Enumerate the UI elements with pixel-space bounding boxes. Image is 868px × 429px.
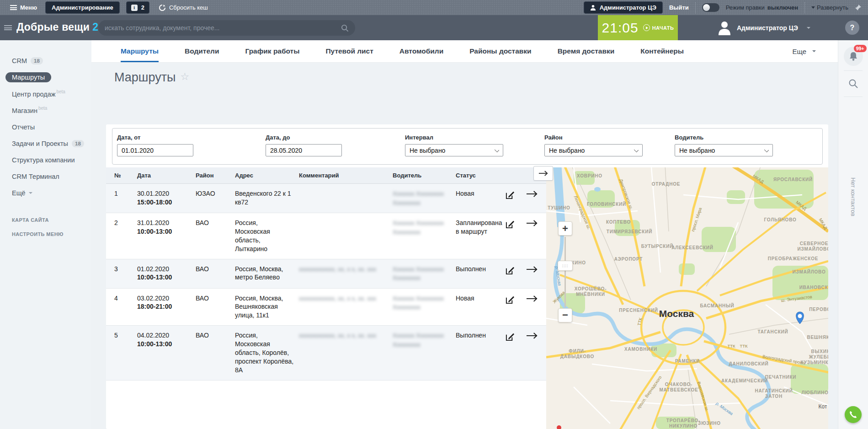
sidebar-item-8[interactable]: Ещё [12, 188, 91, 198]
open-route-button[interactable] [526, 266, 541, 274]
sidebar-item-3[interactable]: Магазинbeta [12, 106, 91, 115]
edit-route-button[interactable] [505, 266, 521, 277]
current-user-menu[interactable]: Администратор ЦЭ [718, 15, 810, 40]
cell-comment: хххххххххххх, хх, х х, хх. ххх [299, 265, 393, 274]
cell-address: Россия, Москва, метро Беляево [235, 265, 299, 282]
arrow-right-icon [526, 266, 538, 273]
driver-redacted: Ххххххх ХххххххххХхххххххх [393, 266, 444, 282]
sidebar-item-label: Центр продаж [12, 91, 55, 98]
sidebar-footer-link-0[interactable]: КАРТА САЙТА [12, 217, 91, 223]
search-input[interactable] [105, 24, 341, 32]
logout-link[interactable]: Выйти [669, 4, 689, 11]
map-label: ИВАНОВСКОЕ [799, 285, 828, 290]
sidebar-item-7[interactable]: CRM Терминал [12, 172, 91, 181]
filter-group-4: ВодительНе выбрано [675, 134, 773, 156]
cell-district: ВАО [196, 219, 235, 227]
filter-select-3[interactable]: Не выбрано [544, 144, 643, 156]
edit-route-button[interactable] [505, 190, 521, 201]
column-header-0: № [114, 172, 137, 179]
zoom-slider-handle[interactable]: :::: [558, 261, 573, 271]
open-route-button[interactable] [526, 190, 541, 199]
tab-1[interactable]: Водители [185, 40, 219, 62]
cell-num: 2 [114, 219, 137, 227]
driver-redacted: Ххххххх ХххххххххХхххххххх [393, 190, 444, 206]
edit-route-button[interactable] [505, 220, 521, 231]
zoom-in-button[interactable]: + [558, 221, 572, 236]
filter-value: 28.05.2020 [270, 147, 302, 154]
tab-7[interactable]: Контейнеры [640, 40, 684, 62]
tab-0[interactable]: Маршруты [121, 40, 159, 62]
tab-6[interactable]: Время доставки [558, 40, 615, 62]
page-title: Маршруты ☆ [114, 70, 189, 85]
map-label: ЗЮЗИНО [698, 421, 721, 426]
open-route-button[interactable] [526, 295, 541, 304]
user-icon [590, 5, 596, 11]
filter-value: Не выбрано [679, 147, 715, 154]
edit-route-button[interactable] [505, 295, 521, 306]
expand-button[interactable]: Развернуть [811, 4, 848, 11]
notifications-bell-button[interactable]: 99+ [844, 47, 863, 66]
admin-menu-label: Меню [20, 4, 37, 11]
sidebar-item-0[interactable]: CRM18 [12, 56, 91, 65]
edit-route-button[interactable] [505, 332, 521, 343]
map-label: ИЗМАЙЛОВО [793, 269, 826, 274]
edit-mode-label: Режим правки [726, 4, 765, 11]
sidebar-badge: 18 [31, 57, 43, 64]
sidebar-item-2[interactable]: Центр продажbeta [12, 89, 91, 99]
chevron-down-icon [807, 27, 810, 29]
sidebar-item-4[interactable]: Отчеты [12, 122, 91, 132]
global-search[interactable] [98, 20, 355, 36]
arrow-right-icon [526, 332, 538, 339]
chevron-down-icon [634, 148, 639, 152]
filter-select-2[interactable]: Не выбрано [405, 144, 503, 156]
cell-date: 04.02.202010:00-13:00 [137, 331, 196, 349]
notifications-count: 2 [141, 4, 144, 11]
table-expand-arrow-button[interactable] [533, 166, 553, 181]
map-label: Кот [819, 403, 827, 410]
tab-4[interactable]: Автомобили [399, 40, 443, 62]
open-route-button[interactable] [526, 220, 541, 228]
rail-search-button[interactable] [844, 75, 863, 92]
filter-select-4[interactable]: Не выбрано [675, 144, 773, 156]
map-label: ИЗМАЙЛОВО [798, 246, 828, 252]
zoom-out-button[interactable]: − [558, 308, 572, 322]
admin-menu-button[interactable]: Меню [10, 4, 37, 11]
timer-start-button[interactable]: НАЧАТЬ [643, 24, 674, 31]
hamburger-icon[interactable] [4, 25, 12, 30]
administration-button[interactable]: Администрирование [45, 1, 120, 14]
filter-input-1[interactable]: 28.05.2020 [266, 144, 342, 156]
tab-2[interactable]: График работы [245, 40, 299, 62]
app-logo[interactable]: Добрые вещи24 [16, 21, 104, 33]
reset-cache-button[interactable]: Сбросить кеш [159, 4, 208, 11]
sidebar-item-6[interactable]: Структура компании [12, 155, 91, 165]
cell-comment: хххххххххххх, хх, х х, хх. ххх [299, 331, 393, 340]
section-tabs: МаршрутыВодителиГрафик работыПутевой лис… [91, 40, 838, 63]
tabs-more-button[interactable]: Еще [792, 40, 816, 62]
comment-redacted: хххххххххххх, хх, х х, хх. ххх [299, 266, 376, 273]
sidebar-item-5[interactable]: Задачи и Проекты18 [12, 139, 91, 148]
filter-label: Водитель [675, 134, 773, 141]
zoom-slider-track[interactable] [564, 237, 566, 307]
notifications-button[interactable]: i 2 [126, 1, 149, 14]
tab-5[interactable]: Районы доставки [469, 40, 531, 62]
hamburger-icon [10, 5, 17, 10]
drag-handle[interactable] [0, 0, 6, 15]
admin-top-bar: Меню Администрирование i 2 Сбросить кеш … [0, 0, 868, 15]
work-timer[interactable]: 21:05 НАЧАТЬ [598, 15, 678, 40]
open-route-button[interactable] [526, 332, 541, 341]
help-button[interactable]: ? [845, 21, 859, 35]
refresh-icon [159, 4, 166, 11]
tab-3[interactable]: Путевой лист [325, 40, 373, 62]
driver-redacted: Ххххххх ХххххххххХхххххххх [393, 295, 444, 311]
map[interactable]: МоскваХОВРИНООТРАДНОЕГОЛОВИНСКИЙТУШИНОКО… [546, 167, 828, 429]
filter-input-0[interactable]: 01.01.2020 [117, 144, 193, 156]
sidebar-item-1[interactable]: Маршруты [5, 72, 51, 82]
favorite-star-icon[interactable]: ☆ [180, 71, 189, 83]
pin-icon[interactable] [855, 4, 862, 11]
sidebar-footer-link-1[interactable]: НАСТРОИТЬ МЕНЮ [12, 231, 91, 237]
admin-user-button[interactable]: Администратор ЦЭ [584, 1, 663, 14]
comment-redacted: хххххххххххх, хх, х х, хх. ххх [299, 295, 376, 302]
edit-mode-toggle[interactable] [702, 3, 719, 12]
map-label: ОЧАКОВО- [665, 382, 692, 387]
telephony-button[interactable] [845, 406, 862, 423]
